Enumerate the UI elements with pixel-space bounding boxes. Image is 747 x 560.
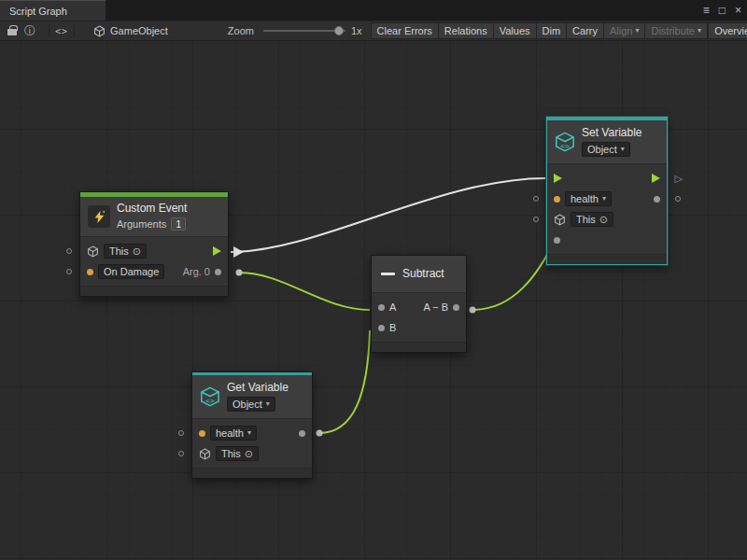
value-input-port[interactable] bbox=[554, 237, 560, 244]
variable-input-port[interactable] bbox=[533, 196, 539, 202]
window-menu-icon[interactable]: ≡ bbox=[703, 5, 710, 16]
node-set-variable[interactable]: <> Set Variable Object ▾ ▷ health ▾ bbox=[546, 117, 668, 265]
output-label: A − B bbox=[423, 301, 448, 313]
input-a-row: A A − B bbox=[372, 297, 466, 317]
variable-input-port[interactable] bbox=[178, 430, 184, 436]
node-header[interactable]: <> Get Variable Object ▾ bbox=[192, 375, 312, 418]
node-get-variable[interactable]: <> Get Variable Object ▾ health ▾ This ⊙ bbox=[191, 371, 313, 479]
node-footer bbox=[547, 254, 667, 264]
event-name-field[interactable]: On Damage bbox=[98, 264, 164, 279]
zoom-slider-track bbox=[263, 30, 345, 32]
node-header[interactable]: <> Set Variable Object ▾ bbox=[547, 120, 667, 163]
variable-dropdown[interactable]: health ▾ bbox=[210, 426, 257, 441]
input-b-row: B bbox=[372, 317, 466, 338]
node-body: A A − B B bbox=[372, 292, 466, 342]
value-output-port[interactable] bbox=[654, 196, 660, 203]
overview-label: Overview bbox=[714, 25, 747, 36]
target-input-port[interactable] bbox=[178, 451, 184, 456]
tab-script-graph[interactable]: Script Graph bbox=[0, 0, 106, 21]
node-footer bbox=[80, 286, 228, 296]
zoom-slider-knob[interactable] bbox=[334, 26, 344, 35]
flow-row: ▷ bbox=[547, 168, 667, 189]
flow-input-port[interactable] bbox=[554, 174, 562, 183]
lock-icon[interactable] bbox=[7, 29, 17, 35]
window-controls: ≡ □ × bbox=[703, 0, 741, 21]
overview-button[interactable]: Overview bbox=[708, 22, 747, 39]
output-port[interactable] bbox=[453, 304, 459, 311]
dim-button[interactable]: Dim bbox=[536, 22, 568, 39]
input-b-port[interactable] bbox=[378, 325, 385, 331]
node-body: health ▾ This ⊙ bbox=[192, 418, 312, 468]
chevron-down-icon: ▾ bbox=[602, 195, 606, 203]
event-input-port[interactable] bbox=[66, 269, 72, 274]
variable-name-label: health bbox=[216, 427, 244, 439]
arguments-count-field[interactable]: 1 bbox=[171, 217, 186, 231]
svg-text:<>: <> bbox=[205, 397, 215, 405]
info-icon[interactable]: ⓘ bbox=[24, 23, 35, 39]
carry-button[interactable]: Carry bbox=[566, 22, 604, 39]
node-footer bbox=[372, 342, 466, 352]
flow-output-port[interactable] bbox=[652, 174, 660, 183]
target-port-row: This ⊙ bbox=[80, 241, 228, 261]
variable-port-dot bbox=[554, 196, 560, 203]
values-button[interactable]: Values bbox=[493, 22, 537, 39]
scope-label: Object bbox=[233, 399, 262, 410]
graph-owner-button[interactable]: GameObject bbox=[93, 25, 168, 37]
flow-output-port[interactable] bbox=[213, 246, 221, 256]
target-picker-icon: ⊙ bbox=[245, 449, 253, 459]
target-dropdown[interactable]: This ⊙ bbox=[104, 244, 147, 259]
relations-button[interactable]: Relations bbox=[438, 22, 494, 39]
arg0-label: Arg. 0 bbox=[183, 266, 210, 277]
node-custom-event[interactable]: Custom Event Arguments 1 This ⊙ On Damag… bbox=[79, 191, 229, 297]
node-body: ▷ health ▾ This ⊙ bbox=[547, 163, 667, 254]
target-port-row: This ⊙ bbox=[192, 443, 312, 464]
node-header[interactable]: Subtract bbox=[372, 256, 466, 292]
input-b-label: B bbox=[389, 322, 396, 333]
scope-dropdown[interactable]: Object ▾ bbox=[227, 397, 275, 412]
variable-cube-icon: <> bbox=[200, 386, 220, 407]
variable-name-label: health bbox=[571, 193, 599, 204]
target-picker-icon: ⊙ bbox=[599, 215, 608, 225]
variable-name-row: health ▾ bbox=[547, 189, 667, 209]
variable-cube-icon: <> bbox=[555, 132, 575, 152]
node-subtract[interactable]: Subtract A A − B B bbox=[371, 255, 467, 353]
event-port-dot bbox=[87, 269, 93, 275]
scope-dropdown[interactable]: Object ▾ bbox=[582, 142, 630, 157]
target-input-port[interactable] bbox=[533, 217, 539, 222]
target-input-port[interactable] bbox=[66, 248, 72, 254]
chevron-down-icon: ▾ bbox=[266, 400, 270, 408]
zoom-value: 1x bbox=[351, 25, 362, 36]
external-flow-port-icon[interactable]: ▷ bbox=[675, 174, 683, 184]
gameobject-cube-icon bbox=[93, 25, 106, 37]
distribute-label: Distribute bbox=[651, 25, 694, 36]
node-header[interactable]: Custom Event Arguments 1 bbox=[80, 197, 228, 236]
node-title: Set Variable bbox=[582, 127, 641, 139]
node-body: This ⊙ On Damage Arg. 0 bbox=[80, 236, 228, 286]
chevron-down-icon: ▾ bbox=[698, 27, 701, 35]
zoom-slider[interactable] bbox=[263, 24, 345, 37]
clear-errors-label: Clear Errors bbox=[377, 25, 432, 36]
variable-dropdown[interactable]: health ▾ bbox=[565, 191, 612, 206]
value-input-row bbox=[547, 230, 667, 250]
graph-owner-label: GameObject bbox=[110, 25, 168, 36]
gameobject-cube-icon bbox=[554, 214, 566, 226]
svg-text:<>: <> bbox=[560, 142, 570, 150]
dim-label: Dim bbox=[543, 25, 561, 36]
values-label: Values bbox=[500, 25, 530, 36]
clear-errors-button[interactable]: Clear Errors bbox=[371, 22, 439, 39]
value-output-port[interactable] bbox=[299, 430, 305, 437]
code-view-icon[interactable]: <> bbox=[55, 26, 68, 36]
window-tab-bar: Script Graph ≡ □ × bbox=[0, 0, 747, 21]
target-dropdown[interactable]: This ⊙ bbox=[216, 446, 259, 461]
distribute-button: Distribute ▾ bbox=[644, 22, 707, 39]
arguments-label: Arguments bbox=[117, 218, 166, 230]
target-dropdown[interactable]: This ⊙ bbox=[571, 212, 613, 227]
external-output-port[interactable] bbox=[675, 196, 681, 202]
chevron-down-icon: ▾ bbox=[635, 27, 639, 35]
window-close-icon[interactable]: × bbox=[735, 5, 741, 16]
window-maximize-icon[interactable]: □ bbox=[719, 5, 726, 16]
variable-port-dot bbox=[199, 430, 205, 437]
arg0-output-port[interactable] bbox=[215, 269, 221, 275]
toolbar-divider bbox=[74, 24, 75, 37]
input-a-port[interactable] bbox=[378, 304, 385, 311]
